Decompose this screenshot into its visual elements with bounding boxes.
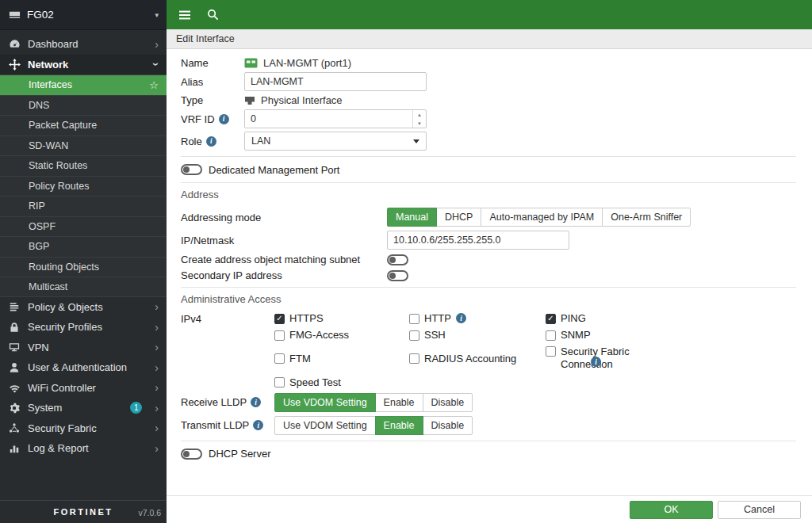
sidebar-item-sd-wan[interactable]: SD-WAN <box>0 136 167 156</box>
chevron-right-icon: › <box>155 342 159 353</box>
checkbox-box[interactable] <box>409 330 419 341</box>
role-row: Role LAN <box>181 132 796 151</box>
sidebar-item-policy-routes[interactable]: Policy Routes <box>0 176 167 197</box>
sidebar-item-log-report[interactable]: Log & Report › <box>0 438 167 459</box>
favorite-star-icon[interactable]: ☆ <box>149 79 159 91</box>
sidebar-item-interfaces[interactable]: Interfaces ☆ <box>0 74 167 95</box>
dedicated-mgmt-row: Dedicated Management Port <box>181 162 796 177</box>
sidebar-item-ospf[interactable]: OSPF <box>0 216 167 237</box>
info-icon[interactable] <box>251 397 261 407</box>
info-icon[interactable] <box>591 357 601 367</box>
checkbox-box[interactable] <box>409 353 419 364</box>
network-icon <box>8 59 21 71</box>
sidebar-item-security-profiles[interactable]: Security Profiles › <box>0 317 167 338</box>
chevron-right-icon: › <box>155 39 159 50</box>
divider <box>181 287 796 288</box>
checkbox-https[interactable]: HTTPS <box>274 312 409 324</box>
checkbox-fmg-access[interactable]: FMG-Access <box>274 329 409 341</box>
alias-input[interactable] <box>244 72 427 91</box>
sidebar-item-dns[interactable]: DNS <box>0 95 167 116</box>
gear-icon <box>8 403 21 414</box>
sidebar-item-packet-capture[interactable]: Packet Capture <box>0 115 167 136</box>
sidebar-item-rip[interactable]: RIP <box>0 196 167 216</box>
info-icon[interactable] <box>206 136 216 147</box>
checkbox-security-fabric-connection[interactable]: Security Fabric Connection <box>546 345 672 372</box>
ok-button[interactable]: OK <box>630 501 713 519</box>
addressing-mode-dhcp-button[interactable]: DHCP <box>436 208 481 227</box>
sidebar-item-wifi-controller[interactable]: WiFi Controller › <box>0 378 167 399</box>
receive-lldp-label: Receive LLDP <box>181 396 247 408</box>
checkbox-box[interactable] <box>274 353 285 364</box>
chevron-right-icon: › <box>155 422 159 433</box>
sidebar-item-bgp[interactable]: BGP <box>0 236 167 257</box>
checkbox-box[interactable] <box>274 377 285 387</box>
checkbox-box[interactable] <box>546 330 556 341</box>
vrf-id-stepper[interactable]: ▲ ▼ <box>244 109 427 128</box>
receive-lldp-enable-button[interactable]: Enable <box>375 393 423 412</box>
divider <box>181 441 796 441</box>
transmit-lldp-enable-button[interactable]: Enable <box>375 416 423 435</box>
checkbox-ftm[interactable]: FTM <box>274 345 409 372</box>
secondary-ip-row: Secondary IP address <box>181 269 796 281</box>
secondary-ip-toggle[interactable] <box>387 270 408 281</box>
checkbox-box[interactable] <box>274 314 285 324</box>
wifi-icon <box>8 382 21 394</box>
stepper-up-icon[interactable]: ▲ <box>413 110 426 119</box>
stepper-down-icon[interactable]: ▼ <box>413 119 426 128</box>
checkbox-speed-test[interactable]: Speed Test <box>274 376 409 388</box>
role-select[interactable]: LAN <box>244 132 427 151</box>
sidebar-item-network[interactable]: Network › <box>0 55 167 75</box>
hamburger-menu-icon[interactable] <box>178 9 191 21</box>
ipv4-checkbox-grid: HTTPS HTTP PING FMG-Access SSH <box>274 312 672 388</box>
sidebar-footer: FORTINET v7.0.6 <box>0 500 167 523</box>
checkbox-snmp[interactable]: SNMP <box>546 329 672 341</box>
checkbox-box[interactable] <box>546 314 556 324</box>
addressing-mode-sniffer-button[interactable]: One-Arm Sniffer <box>602 208 691 227</box>
receive-lldp-segmented: Use VDOM Setting Enable Disable <box>274 393 473 412</box>
chevron-down-icon: › <box>151 63 163 67</box>
sidebar-item-security-fabric[interactable]: Security Fabric › <box>0 418 167 439</box>
sidebar-item-routing-objects[interactable]: Routing Objects <box>0 257 167 277</box>
ip-netmask-row: IP/Netmask <box>181 231 796 250</box>
chevron-right-icon: › <box>155 403 159 414</box>
transmit-lldp-disable-button[interactable]: Disable <box>423 416 473 435</box>
cancel-button[interactable]: Cancel <box>718 501 801 519</box>
ipv4-access-row: IPv4 HTTPS HTTP PING FMG-Access <box>181 312 796 388</box>
dedicated-mgmt-toggle[interactable] <box>181 164 202 175</box>
addressing-mode-manual-button[interactable]: Manual <box>387 208 437 227</box>
checkbox-http[interactable]: HTTP <box>409 312 546 324</box>
receive-lldp-disable-button[interactable]: Disable <box>423 393 473 412</box>
role-selected-value: LAN <box>251 136 270 147</box>
sidebar-item-static-routes[interactable]: Static Routes <box>0 155 167 176</box>
search-icon[interactable] <box>207 9 219 21</box>
sidebar-item-dashboard[interactable]: Dashboard › <box>0 34 167 55</box>
edit-interface-form: Name LAN-MGMT (port1) Alias Type Physica… <box>167 49 812 495</box>
checkbox-box[interactable] <box>274 330 285 341</box>
stepper-buttons[interactable]: ▲ ▼ <box>412 110 426 128</box>
sidebar-item-vpn[interactable]: VPN › <box>0 338 167 358</box>
hostname-selector[interactable]: FG02 ▾ <box>0 0 167 30</box>
create-address-object-toggle[interactable] <box>387 254 408 265</box>
sidebar-item-policy-objects[interactable]: Policy & Objects › <box>0 297 167 318</box>
dhcp-server-toggle[interactable] <box>181 449 202 460</box>
chevron-right-icon: › <box>155 322 159 333</box>
checkbox-ping[interactable]: PING <box>546 312 672 324</box>
fortigate-device-icon <box>8 9 21 21</box>
checkbox-radius-accounting[interactable]: RADIUS Accounting <box>409 345 546 372</box>
addressing-mode-ipam-button[interactable]: Auto-managed by IPAM <box>481 208 603 227</box>
checkbox-box[interactable] <box>546 346 556 357</box>
receive-lldp-vdom-button[interactable]: Use VDOM Setting <box>274 393 376 412</box>
alias-row: Alias <box>181 72 796 91</box>
sidebar-item-user-authentication[interactable]: User & Authentication › <box>0 357 167 378</box>
sidebar-item-system[interactable]: System 1 › <box>0 398 167 418</box>
vrf-id-input[interactable] <box>245 110 412 128</box>
ip-netmask-input[interactable] <box>387 231 569 250</box>
notification-badge: 1 <box>130 402 142 414</box>
info-icon[interactable] <box>253 420 263 430</box>
checkbox-box[interactable] <box>409 314 419 324</box>
info-icon[interactable] <box>456 313 466 323</box>
transmit-lldp-vdom-button[interactable]: Use VDOM Setting <box>274 416 376 435</box>
sidebar-item-multicast[interactable]: Multicast <box>0 277 167 297</box>
checkbox-ssh[interactable]: SSH <box>409 329 546 341</box>
info-icon[interactable] <box>219 114 229 124</box>
